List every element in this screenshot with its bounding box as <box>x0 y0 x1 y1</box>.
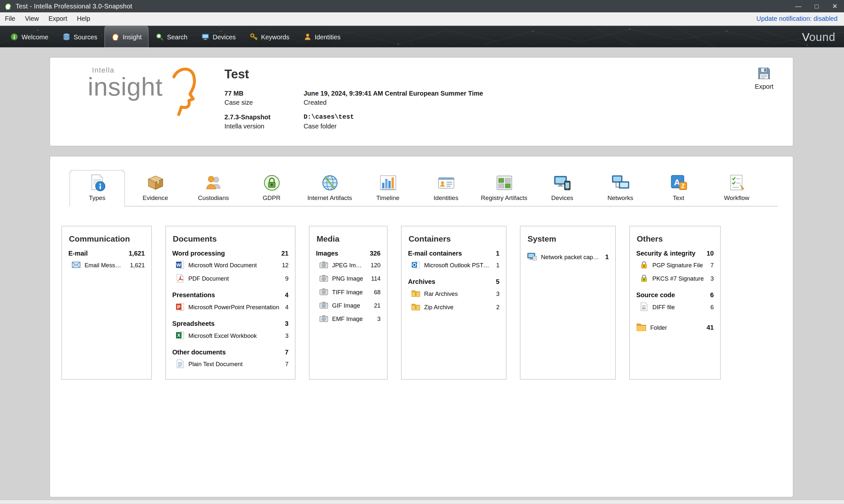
card-title: Others <box>637 234 713 243</box>
insight-tab-label: Devices <box>551 195 573 201</box>
insight-tab-devices[interactable]: Devices <box>534 169 590 206</box>
type-item-png-image[interactable]: PNG Image114 <box>315 271 381 285</box>
type-item-jpeg-image[interactable]: JPEG Image120 <box>315 258 381 271</box>
type-group-images: Images326JPEG Image120PNG Image114TIFF I… <box>315 249 381 325</box>
insight-tab-label: Timeline <box>376 195 399 201</box>
type-group-header-source-code[interactable]: Source code6 <box>636 291 714 299</box>
insight-tab-types[interactable]: Types <box>69 170 125 206</box>
type-item-microsoft-word-document[interactable]: WMicrosoft Word Document12 <box>172 258 289 271</box>
type-item-pdf-document[interactable]: PDF Document9 <box>172 271 289 285</box>
type-item-network-packet-capture[interactable]: Network packet capture1 <box>526 249 609 264</box>
insight-head-logo-icon <box>169 64 196 127</box>
type-item-email-message[interactable]: Email Message1,621 <box>68 258 145 271</box>
stat-case-size: 77 MB Case size <box>225 90 304 106</box>
window-title: Test - Intella Professional 3.0-Snapshot <box>16 2 132 10</box>
insight-head-icon <box>111 33 119 41</box>
type-group-other-documents: Other documents7Plain Text Document7 <box>172 348 289 371</box>
type-item-zip-archive[interactable]: Zip Archive2 <box>408 300 500 313</box>
type-item-pgp-signature-file[interactable]: PGP Signature File7 <box>636 258 714 271</box>
nav-tab-welcome[interactable]: Welcome <box>3 26 55 48</box>
item-label: Microsoft Outlook PST File <box>424 262 490 268</box>
vound-logo: Vound <box>802 30 836 43</box>
type-group-header-word-processing[interactable]: Word processing21 <box>172 249 288 257</box>
group-count: 21 <box>281 249 288 257</box>
insight-tab-label: Custodians <box>198 195 229 201</box>
item-label: PDF Document <box>188 275 279 282</box>
item-count: 68 <box>374 288 380 295</box>
case-title: Test <box>225 67 483 82</box>
menu-view[interactable]: View <box>20 12 44 25</box>
type-group-header-archives[interactable]: Archives5 <box>408 278 500 286</box>
insight-tab-workflow[interactable]: Workflow <box>709 169 764 206</box>
menu-export[interactable]: Export <box>44 12 72 25</box>
item-label: EMF Image <box>332 316 372 322</box>
type-group-header-e-mail-containers[interactable]: E-mail containers1 <box>408 249 500 257</box>
type-group-header-e-mail[interactable]: E-mail1,621 <box>68 249 145 257</box>
type-group-presentations: Presentations4PMicrosoft PowerPoint Pres… <box>172 291 289 313</box>
type-group-header-images[interactable]: Images326 <box>316 249 380 257</box>
insight-tab-identities[interactable]: Identities <box>418 169 473 206</box>
menu-help[interactable]: Help <box>72 12 95 25</box>
insight-tab-internet-artifacts[interactable]: Internet Artifacts <box>302 169 357 206</box>
insight-tab-label: Text <box>673 195 684 201</box>
logo-insight-text: insight <box>88 74 225 100</box>
close-button[interactable]: ✕ <box>826 0 844 12</box>
type-item-microsoft-outlook-pst-file[interactable]: Microsoft Outlook PST File1 <box>408 258 500 271</box>
item-count: 3 <box>285 332 288 339</box>
type-group-header-spreadsheets[interactable]: Spreadsheets3 <box>172 320 288 327</box>
item-count: 41 <box>707 324 714 331</box>
type-item-tiff-image[interactable]: TIFF Image68 <box>315 285 381 298</box>
nav-tab-devices[interactable]: Devices <box>194 26 242 48</box>
type-item-microsoft-powerpoint-presentation[interactable]: PMicrosoft PowerPoint Presentation4 <box>172 300 289 313</box>
type-item-diff-file[interactable]: DIFF file6 <box>636 300 714 313</box>
type-group-header-security-integrity[interactable]: Security & integrity10 <box>636 249 714 257</box>
type-group-header-presentations[interactable]: Presentations4 <box>172 291 288 299</box>
group-count: 4 <box>285 291 288 299</box>
nav-tab-sources[interactable]: Sources <box>55 26 104 48</box>
insight-tab-label: Workflow <box>724 195 749 201</box>
maximize-button[interactable]: □ <box>808 0 826 12</box>
card-system: SystemNetwork packet capture1 <box>520 226 616 380</box>
floppy-disk-icon <box>757 66 771 80</box>
insight-tab-text[interactable]: AZText <box>651 169 706 206</box>
update-notification-link[interactable]: Update notification: disabled <box>756 15 844 22</box>
type-cards: CommunicationE-mail1,621Email Message1,6… <box>62 226 793 380</box>
menu-file[interactable]: File <box>0 12 20 25</box>
insight-tab-custodians[interactable]: Custodians <box>186 169 241 206</box>
nav-tab-insight[interactable]: Insight <box>104 26 149 48</box>
item-label: Network packet capture <box>541 254 599 260</box>
insight-tab-label: GDPR <box>263 195 280 201</box>
type-item-pkcs-7-signature[interactable]: PKCS #7 Signature3 <box>636 271 714 285</box>
insight-tab-timeline[interactable]: Timeline <box>360 169 415 206</box>
nav-tab-label: Insight <box>123 33 142 41</box>
minimize-button[interactable]: — <box>789 0 807 12</box>
card-title: Communication <box>69 234 144 243</box>
network-capture-icon <box>527 252 537 262</box>
type-item-rar-archives[interactable]: Rar Archives3 <box>408 286 500 300</box>
insight-tab-evidence[interactable]: Evidence <box>127 169 183 206</box>
insight-tab-label: Registry Artifacts <box>481 195 527 201</box>
nav-tab-keywords[interactable]: Keywords <box>243 26 296 48</box>
insight-tab-networks[interactable]: Networks <box>593 169 648 206</box>
type-item-folder[interactable]: Folder41 <box>636 320 714 335</box>
person-icon <box>303 33 311 41</box>
types-info-icon <box>88 174 106 192</box>
nav-tab-identities[interactable]: Identities <box>296 26 348 48</box>
stat-created: June 19, 2024, 9:39:41 AM Central Europe… <box>304 90 483 106</box>
nav-tab-search[interactable]: Search <box>149 26 195 48</box>
item-label: Plain Text Document <box>188 361 279 367</box>
type-item-emf-image[interactable]: EMF Image3 <box>315 312 381 325</box>
export-button[interactable]: Export <box>755 57 780 90</box>
type-item-gif-image[interactable]: GIF Image21 <box>315 299 381 312</box>
type-item-microsoft-excel-workbook[interactable]: XMicrosoft Excel Workbook3 <box>172 328 289 342</box>
item-count: 4 <box>285 304 288 310</box>
stat-value: 2.7.3-Snapshot <box>225 113 304 121</box>
insight-tab-gdpr[interactable]: GDPR <box>244 169 299 206</box>
type-group-header-other-documents[interactable]: Other documents7 <box>172 348 288 356</box>
type-item-plain-text-document[interactable]: Plain Text Document7 <box>172 357 289 371</box>
item-label: Zip Archive <box>424 304 490 310</box>
case-info: Test 77 MB Case size June 19, 2024, 9:39… <box>225 57 483 146</box>
card-title: Containers <box>409 234 499 243</box>
insight-tab-registry-artifacts[interactable]: Registry Artifacts <box>477 169 532 206</box>
item-count: 120 <box>371 262 380 268</box>
